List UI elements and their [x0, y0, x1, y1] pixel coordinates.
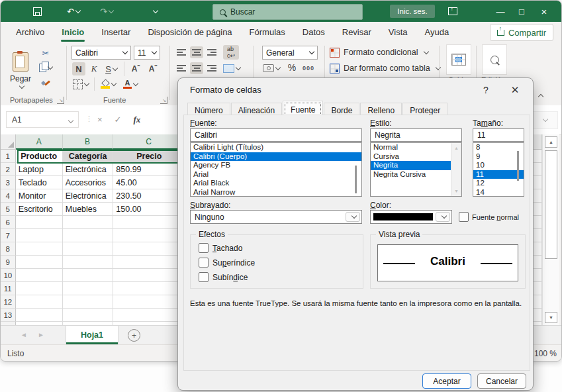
- cell[interactable]: 850.99: [113, 163, 185, 176]
- sign-in-button[interactable]: Inic. ses.: [390, 5, 435, 18]
- ribbon-tab-f-rmulas[interactable]: Fórmulas: [241, 22, 294, 42]
- italic-button[interactable]: K: [88, 62, 100, 75]
- list-item[interactable]: 12: [473, 179, 524, 188]
- list-item[interactable]: Cursiva: [371, 152, 461, 162]
- cell[interactable]: [113, 242, 185, 256]
- normal-font-checkbox-row[interactable]: Fuente normal: [459, 212, 519, 222]
- wrap-text-button[interactable]: abc↩: [223, 45, 239, 60]
- dialog-close-button[interactable]: ✕: [506, 82, 524, 98]
- style-list-scrollbar[interactable]: ▲ ▼: [451, 143, 461, 196]
- minimize-button[interactable]: —: [491, 1, 510, 22]
- cell[interactable]: [16, 295, 63, 309]
- close-button[interactable]: ×: [534, 1, 554, 22]
- font-dialog-launcher[interactable]: [160, 97, 167, 104]
- cell[interactable]: [16, 309, 63, 322]
- cell[interactable]: 150.00: [113, 203, 185, 216]
- undo-button[interactable]: ↶: [60, 1, 87, 22]
- list-item[interactable]: Calibri Light (Títulos): [191, 143, 361, 152]
- maximize-button[interactable]: □: [512, 1, 532, 22]
- select-all-corner[interactable]: [1, 134, 16, 150]
- vertical-scrollbar[interactable]: ▲ ▼: [542, 134, 559, 325]
- clipboard-dialog-launcher[interactable]: [57, 97, 64, 104]
- row-header-9[interactable]: 9: [1, 256, 16, 269]
- column-header-a[interactable]: A: [16, 134, 63, 150]
- cell[interactable]: [16, 229, 63, 242]
- style-list[interactable]: ▲ ▼ NormalCursivaNegritaNegrita Cursiva: [370, 142, 462, 197]
- decrease-font-button[interactable]: Aˇ: [145, 62, 161, 75]
- list-item[interactable]: Negrita: [371, 161, 461, 170]
- normal-font-checkbox[interactable]: [459, 212, 469, 222]
- scroll-up-button[interactable]: ▲: [545, 136, 557, 148]
- list-item[interactable]: Arial: [191, 170, 361, 179]
- underline-dropdown[interactable]: Ninguno: [190, 210, 362, 224]
- cell[interactable]: [113, 269, 185, 282]
- row-header-6[interactable]: 6: [1, 216, 16, 229]
- ribbon-tab-disposici-n-de-p-gina[interactable]: Disposición de página: [139, 22, 240, 42]
- cell[interactable]: [113, 256, 185, 269]
- formula-bar-handle[interactable]: ⋮: [85, 115, 93, 123]
- column-header-b[interactable]: B: [63, 134, 113, 150]
- formula-bar-expand-button[interactable]: [530, 111, 558, 129]
- cell[interactable]: [63, 282, 114, 295]
- borders-button[interactable]: [72, 78, 89, 90]
- bold-button[interactable]: N: [72, 62, 85, 75]
- size-list-scroll-thumb[interactable]: [517, 151, 519, 181]
- name-box[interactable]: A1: [6, 111, 79, 128]
- checkbox[interactable]: [199, 243, 209, 253]
- format-painter-button[interactable]: [38, 76, 54, 88]
- zoom-level[interactable]: 100 %: [534, 349, 557, 358]
- font-name-combo[interactable]: Calibri: [71, 46, 131, 60]
- cell[interactable]: Producto: [16, 150, 63, 163]
- ribbon-tab-datos[interactable]: Datos: [294, 22, 334, 42]
- list-item[interactable]: 14: [473, 188, 524, 197]
- row-header-13[interactable]: 13: [1, 309, 16, 322]
- dialog-help-button[interactable]: ?: [477, 82, 494, 98]
- cell[interactable]: [63, 309, 114, 322]
- cell[interactable]: [113, 282, 185, 295]
- customize-qat-button[interactable]: [148, 1, 161, 22]
- font-size-combo[interactable]: 11: [134, 46, 160, 60]
- effect-checkbox-row[interactable]: Superíndice: [199, 258, 255, 268]
- cells-group-button[interactable]: [446, 44, 471, 75]
- cell[interactable]: Electrónica: [63, 163, 114, 176]
- underline-button[interactable]: S: [102, 62, 120, 75]
- ribbon-tab-archivo[interactable]: Archivo: [7, 22, 53, 42]
- next-sheet-arrow[interactable]: ►: [38, 331, 44, 338]
- cell[interactable]: [63, 229, 114, 242]
- align-left-button[interactable]: [175, 62, 188, 74]
- cell[interactable]: [63, 216, 114, 229]
- accounting-format-button[interactable]: [262, 62, 281, 74]
- cell[interactable]: 230.50: [113, 189, 185, 203]
- cell[interactable]: Electrónica: [63, 189, 114, 203]
- align-middle-button[interactable]: [190, 46, 203, 58]
- number-format-combo[interactable]: General: [262, 46, 318, 60]
- size-list[interactable]: 8910111214: [473, 142, 524, 197]
- cancel-entry-button[interactable]: ×: [97, 115, 103, 124]
- cell[interactable]: [113, 309, 185, 322]
- scroll-up-icon[interactable]: ▲: [451, 146, 461, 150]
- cell[interactable]: Monitor: [16, 189, 63, 203]
- cell[interactable]: Accesorios: [63, 176, 114, 189]
- fill-color-button[interactable]: [99, 78, 117, 90]
- align-bottom-button[interactable]: [205, 46, 218, 58]
- enter-entry-button[interactable]: ✓: [115, 115, 122, 124]
- row-header-1[interactable]: 1: [1, 150, 16, 163]
- cell[interactable]: [113, 229, 185, 242]
- dropdown-button[interactable]: [346, 212, 360, 222]
- row-header-12[interactable]: 12: [1, 295, 16, 309]
- cell[interactable]: Muebles: [63, 203, 114, 216]
- cell[interactable]: [113, 216, 185, 229]
- cancel-button[interactable]: Cancelar: [477, 373, 526, 389]
- comma-style-button[interactable]: 000: [300, 62, 317, 74]
- list-item[interactable]: Calibri (Cuerpo): [191, 152, 361, 162]
- column-header-c[interactable]: C: [113, 134, 185, 150]
- align-right-button[interactable]: [205, 62, 218, 74]
- row-header-3[interactable]: 3: [1, 176, 16, 189]
- editing-group-button[interactable]: [482, 44, 507, 75]
- cell[interactable]: [63, 295, 114, 309]
- effect-checkbox-row[interactable]: Tachado: [199, 243, 242, 253]
- size-input[interactable]: 11: [473, 128, 524, 142]
- ribbon-tab-inicio[interactable]: Inicio: [53, 22, 93, 42]
- row-header-10[interactable]: 10: [1, 269, 16, 282]
- save-button[interactable]: [28, 1, 46, 22]
